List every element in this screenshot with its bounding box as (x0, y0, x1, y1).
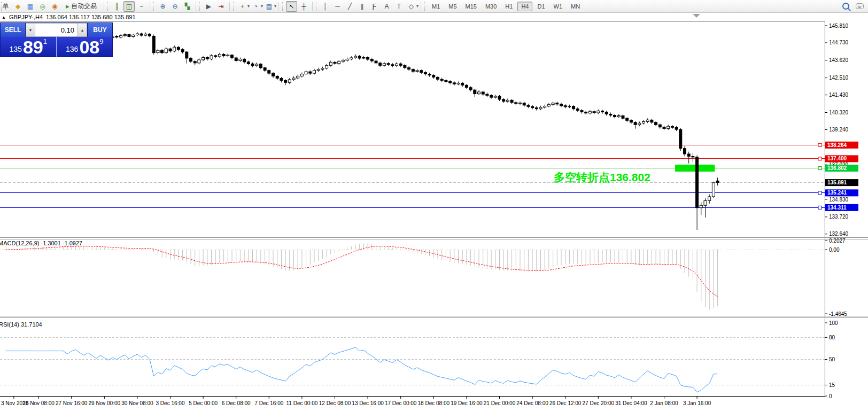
signals-icon[interactable]: ◎ (37, 1, 48, 12)
y-axis-tick: 133.720 (829, 214, 849, 220)
price-badge-label: 135.891 (827, 180, 847, 185)
macd-indicator-label: MACD(12,26,9) -1.3001 -1.0927 (0, 240, 82, 246)
chart-shift-marker (693, 14, 700, 18)
sell-price-big: 89 (23, 39, 43, 56)
horizontal-level-lines (0, 143, 825, 209)
search-icon[interactable] (842, 3, 849, 10)
toolbar-separator (196, 2, 196, 11)
one-click-trading-panel: SELL ▼ 0.10 ▲ BUY 135 89 1 136 08 9 (0, 22, 113, 57)
sell-price-display[interactable]: 135 89 1 (1, 37, 57, 57)
sell-price-prefix: 135 (10, 45, 22, 53)
order-partial-icon[interactable]: 单 (0, 1, 11, 12)
toolbar-separator (104, 2, 104, 11)
lot-size-input[interactable]: 0.10 (35, 23, 78, 37)
pivot-annotation-text: 多空转折点136.802 (554, 170, 650, 185)
bar-chart-icon[interactable]: ║ (111, 1, 122, 12)
x-axis-label: 30 Nov 08:00 (121, 400, 153, 406)
macd-series (6, 243, 718, 309)
candlestick-chart-icon[interactable]: ◫ (123, 1, 135, 12)
y-axis-tick: 140.320 (829, 110, 849, 115)
new-order-icon[interactable]: ◆ (12, 1, 24, 12)
chart-shift-icon[interactable]: ⇥ (215, 1, 227, 12)
line-chart-icon[interactable]: ~ (136, 1, 147, 12)
sell-button[interactable]: SELL (1, 23, 25, 37)
toolbar-grip (153, 2, 155, 11)
trendline-icon[interactable]: ╱ (344, 1, 355, 12)
chart-canvas[interactable]: 145.810144.730143.620142.510141.430140.3… (0, 0, 868, 411)
timeframe-button-d1[interactable]: D1 (533, 2, 548, 11)
fibonacci-icon[interactable]: Ƒ (369, 1, 380, 12)
toolbar-separator (150, 2, 150, 11)
toolbar-grip (316, 2, 317, 11)
y-axis-tick: 142.510 (829, 75, 849, 81)
horizontal-line-icon[interactable]: ─ (332, 1, 343, 12)
y-axis-tick: 144.730 (829, 40, 849, 45)
level-end-marker (818, 143, 821, 146)
lot-decrease-button[interactable]: ▼ (26, 23, 35, 37)
toolbar: 单◆▦◎◉▶自动交易║◫~⊕⊖▚▶⇥+▾◔▾▤▾↖┼│─╱∥ƑAT◇▾M1M5M… (0, 0, 868, 13)
buy-price-display[interactable]: 136 08 9 (57, 37, 113, 57)
vertical-line-icon[interactable]: │ (320, 1, 331, 12)
templates-icon[interactable]: ▤ (264, 1, 275, 12)
tile-windows-icon[interactable]: ▚ (182, 1, 193, 12)
x-axis-label: 26 Nov 08:00 (22, 400, 55, 406)
timeframe-button-m15[interactable]: M15 (462, 2, 480, 11)
timeframe-button-m1[interactable]: M1 (428, 2, 444, 11)
x-axis-label: 5 Dec 00:00 (189, 400, 218, 406)
x-axis-label: 31 Dec 04:00 (615, 400, 647, 406)
timeframe-button-h1[interactable]: H1 (501, 2, 516, 11)
toolbar-grip (199, 2, 201, 11)
autotrading-button[interactable]: ▶自动交易 (62, 1, 100, 12)
market-watch-icon[interactable]: ▦ (25, 1, 36, 12)
periods-icon[interactable]: ◔ (250, 1, 261, 12)
zoom-out-icon[interactable]: ⊖ (169, 1, 181, 12)
chat-icon[interactable] (856, 3, 864, 9)
x-axis-label: 18 Dec 08:00 (418, 400, 450, 406)
timeframe-button-m5[interactable]: M5 (445, 2, 460, 11)
y-axis-tick: 141.430 (829, 92, 849, 98)
y-axis-tick: 134.830 (829, 197, 849, 203)
buy-price-big: 08 (79, 39, 99, 56)
y-axis-tick: 145.810 (829, 23, 849, 29)
y-axis-tick: 143.620 (829, 57, 849, 63)
chart-title-bar: ▲ GBPJPY-,H4 136.064 136.117 135.680 135… (2, 14, 136, 20)
indicators-icon-dropdown[interactable]: ▾ (247, 4, 250, 9)
toolbar-separator (278, 2, 279, 11)
timeframe-button-m30[interactable]: M30 (482, 2, 500, 11)
arrows-icon[interactable]: ◇ (406, 1, 417, 12)
arrows-icon-dropdown[interactable]: ▾ (416, 4, 418, 9)
macd-scale-tick: -1.4645 (829, 311, 847, 317)
autotrading-icon: ▶ (66, 4, 69, 9)
crosshair-icon[interactable]: ┼ (298, 1, 309, 12)
rsi-series (6, 347, 718, 392)
market-icon[interactable]: ◉ (49, 1, 60, 12)
buy-button[interactable]: BUY (88, 23, 112, 37)
y-axis-tick: 132.640 (829, 231, 849, 237)
auto-scroll-icon[interactable]: ▶ (203, 1, 214, 12)
lot-increase-button[interactable]: ▲ (78, 23, 87, 37)
x-axis-label: 29 Nov 00:00 (89, 400, 121, 406)
autotrading-label: 自动交易 (71, 2, 97, 11)
timeframe-button-w1[interactable]: W1 (550, 2, 567, 11)
text-icon[interactable]: A (381, 1, 392, 12)
x-axis-label: 12 Dec 08:00 (319, 400, 351, 406)
buy-price-prefix: 136 (66, 45, 78, 53)
candlesticks (4, 32, 719, 230)
timeframe-button-mn[interactable]: MN (567, 2, 584, 11)
cursor-icon[interactable]: ↖ (286, 1, 297, 12)
timeframe-button-h4[interactable]: H4 (517, 2, 532, 11)
zoom-in-icon[interactable]: ⊕ (157, 1, 168, 12)
periods-icon-dropdown[interactable]: ▾ (261, 4, 263, 9)
symbol-period-label: GBPJPY-,H4 (9, 14, 43, 20)
level-end-marker (818, 206, 821, 209)
indicators-icon[interactable]: + (237, 1, 248, 12)
rsi-indicator-label: RSI(14) 31.7104 (0, 321, 42, 328)
toolbar-grip (282, 2, 284, 11)
level-end-marker (818, 191, 821, 195)
label-icon[interactable]: T (393, 1, 405, 12)
templates-icon-dropdown[interactable]: ▾ (274, 4, 276, 9)
equidistant-channel-icon[interactable]: ∥ (356, 1, 368, 12)
x-axis-label: 21 Dec 00:00 (484, 400, 516, 406)
rsi-scale-tick: 100 (829, 320, 838, 326)
macd-scale-tick: 0.2027 (829, 238, 846, 244)
